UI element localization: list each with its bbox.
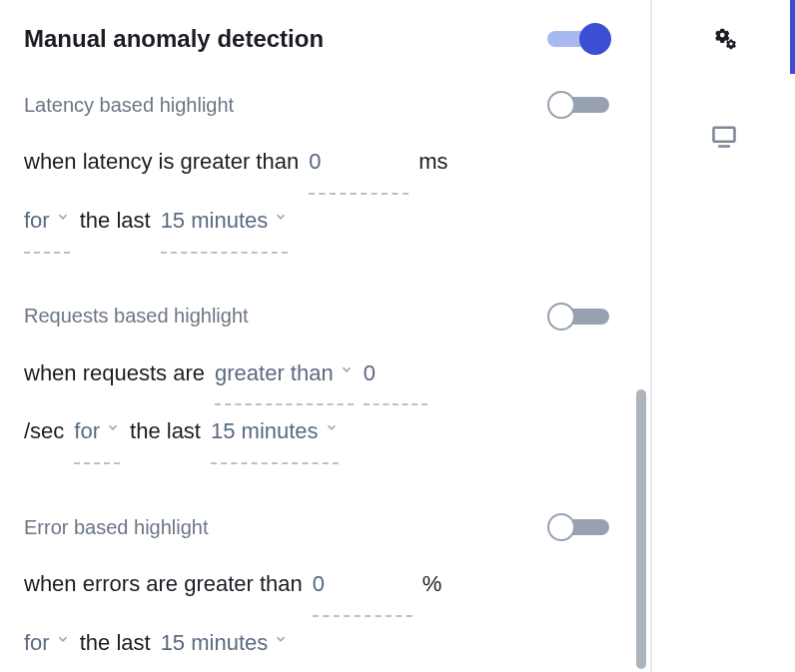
latency-section: Latency based highlight when latency is … [24, 90, 609, 254]
requests-rule-line2: /sec for the last 15 minutes [24, 405, 609, 464]
errors-section: Error based highlight when errors are gr… [24, 512, 609, 672]
requests-rule: when requests are greater than 0 [24, 347, 609, 406]
latency-unit-text: ms [418, 136, 447, 189]
errors-window-dropdown[interactable]: 15 minutes [161, 617, 289, 672]
requests-heading: Requests based highlight [24, 305, 249, 328]
errors-header-row: Error based highlight [24, 512, 609, 542]
latency-rule: when latency is greater than 0 ms [24, 136, 609, 195]
settings-panel: Manual anomaly detection Latency based h… [0, 0, 633, 672]
chevron-down-icon [106, 420, 120, 434]
chevron-down-icon [340, 362, 354, 376]
chevron-down-icon [274, 210, 288, 224]
errors-last-text: the last [80, 617, 151, 670]
errors-rule-line2: for the last 15 minutes [24, 617, 609, 672]
requests-last-text: the last [130, 405, 201, 458]
errors-for-dropdown[interactable]: for [24, 617, 70, 672]
errors-prefix-text: when errors are greater than [24, 558, 303, 611]
latency-for-dropdown[interactable]: for [24, 195, 70, 254]
requests-section: Requests based highlight when requests a… [24, 302, 609, 465]
master-toggle[interactable] [547, 24, 609, 54]
requests-value-input[interactable]: 0 [364, 347, 427, 406]
settings-gears-icon[interactable] [706, 20, 742, 56]
latency-window-dropdown[interactable]: 15 minutes [161, 195, 289, 254]
master-header-row: Manual anomaly detection [24, 24, 609, 54]
errors-toggle[interactable] [547, 512, 609, 542]
requests-window-dropdown[interactable]: 15 minutes [211, 405, 339, 464]
chevron-down-icon [325, 420, 339, 434]
svg-rect-0 [713, 128, 734, 142]
chevron-down-icon [56, 210, 70, 224]
latency-last-text: the last [80, 195, 151, 248]
latency-heading: Latency based highlight [24, 94, 234, 117]
right-rail [652, 0, 795, 672]
requests-toggle[interactable] [547, 302, 609, 332]
latency-prefix-text: when latency is greater than [24, 136, 299, 189]
errors-unit-text: % [422, 558, 442, 611]
requests-prefix-text: when requests are [24, 347, 205, 400]
requests-comparator-dropdown[interactable]: greater than [215, 347, 354, 406]
scrollbar-track[interactable] [633, 0, 649, 672]
requests-per-unit-text: /sec [24, 405, 64, 458]
errors-heading: Error based highlight [24, 516, 209, 539]
errors-value-input[interactable]: 0 [313, 558, 412, 617]
errors-rule: when errors are greater than 0 % [24, 558, 609, 617]
scrollbar-thumb[interactable] [636, 389, 646, 669]
latency-header-row: Latency based highlight [24, 90, 609, 120]
latency-toggle[interactable] [547, 90, 609, 120]
chevron-down-icon [274, 632, 288, 646]
latency-rule-line2: for the last 15 minutes [24, 195, 609, 254]
active-tab-indicator [790, 0, 795, 74]
requests-header-row: Requests based highlight [24, 302, 609, 332]
latency-value-input[interactable]: 0 [309, 136, 408, 195]
monitor-icon[interactable] [706, 118, 742, 154]
requests-for-dropdown[interactable]: for [74, 405, 120, 464]
chevron-down-icon [56, 632, 70, 646]
page-title: Manual anomaly detection [24, 25, 324, 53]
